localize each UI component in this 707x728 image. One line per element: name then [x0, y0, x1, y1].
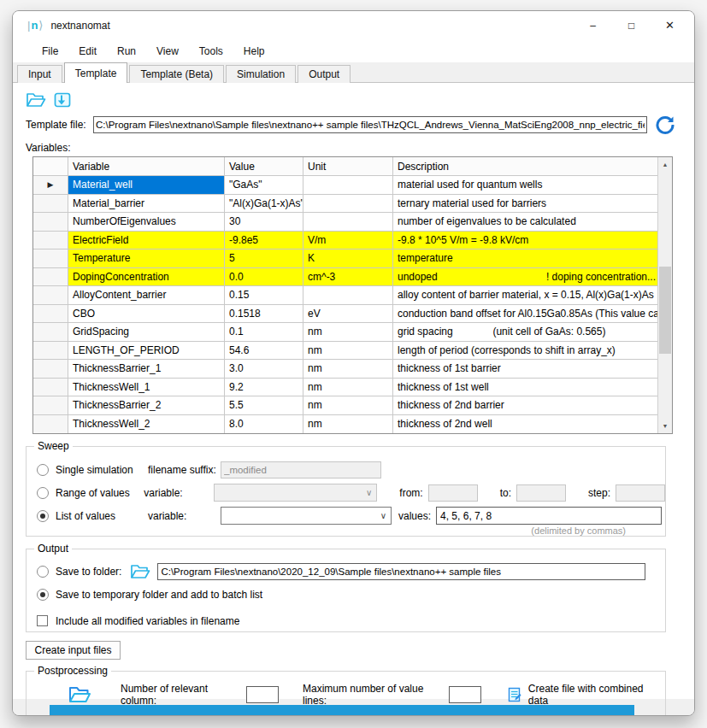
variable-cell[interactable]: ElectricField	[68, 232, 225, 250]
value-cell[interactable]: 0.1	[225, 323, 303, 341]
value-cell[interactable]: 0.15	[225, 286, 303, 304]
value-cell[interactable]: -9.8e5	[225, 232, 303, 250]
row-header-cell[interactable]	[33, 415, 68, 434]
to-input[interactable]	[516, 484, 566, 502]
unit-cell[interactable]: nm	[303, 415, 393, 434]
unit-cell[interactable]: nm	[303, 396, 393, 414]
variable-cell[interactable]: DopingConcentration	[68, 268, 225, 286]
table-row[interactable]: AlloyContent_barrier0.15alloy content of…	[33, 286, 658, 305]
variable-cell[interactable]: ThicknessBarrier_2	[68, 396, 225, 414]
value-cell[interactable]: 0.1518	[225, 305, 303, 323]
table-row[interactable]: NumberOfEigenvalues30number of eigenvalu…	[33, 213, 658, 232]
unit-cell[interactable]	[303, 286, 393, 304]
value-cell[interactable]: 9.2	[225, 379, 303, 396]
variable-cell[interactable]: ThicknessWell_2	[68, 415, 225, 434]
grid-corner-cell[interactable]	[33, 157, 68, 175]
table-row[interactable]: ThicknessBarrier_13.0nmthickness of 1st …	[33, 360, 658, 379]
value-cell[interactable]: "GaAs"	[225, 176, 303, 194]
row-header-cell[interactable]	[33, 232, 68, 250]
table-row[interactable]: LENGTH_OF_PERIOD54.6nmlength of period (…	[33, 342, 658, 361]
folder-icon[interactable]	[130, 563, 150, 580]
variable-cell[interactable]: ThicknessBarrier_1	[68, 360, 225, 378]
save-to-folder-radio[interactable]	[37, 566, 49, 578]
maximize-button[interactable]: □	[612, 14, 651, 38]
value-cell[interactable]: 30	[225, 213, 303, 231]
row-header-cell[interactable]	[33, 286, 68, 304]
filename-suffix-input[interactable]	[221, 461, 381, 478]
row-header-cell[interactable]	[33, 305, 68, 323]
description-cell[interactable]: -9.8 * 10^5 V/m = -9.8 kV/cm	[393, 232, 658, 250]
tab-template-beta[interactable]: Template (Beta)	[129, 65, 224, 83]
unit-cell[interactable]: nm	[303, 342, 393, 360]
template-file-input[interactable]	[93, 116, 647, 133]
unit-cell[interactable]	[303, 176, 393, 194]
row-header-cell[interactable]	[33, 195, 68, 213]
description-cell[interactable]: material used for quantum wells	[393, 176, 658, 194]
row-header-cell[interactable]	[33, 250, 68, 267]
description-cell[interactable]: conduction band offset for Al0.15Ga0.85A…	[393, 305, 658, 323]
output-folder-input[interactable]	[157, 563, 645, 580]
scroll-down-icon[interactable]: ▼	[658, 419, 672, 433]
menu-item-help[interactable]: Help	[233, 42, 275, 61]
save-to-temp-radio[interactable]	[37, 589, 49, 601]
variable-cell[interactable]: LENGTH_OF_PERIOD	[68, 342, 225, 360]
table-row[interactable]: ElectricField-9.8e5V/m-9.8 * 10^5 V/m = …	[33, 232, 658, 250]
variable-cell[interactable]: Material_barrier	[68, 195, 225, 213]
description-cell[interactable]: ternary material used for barriers	[393, 195, 658, 213]
row-header-cell[interactable]	[33, 213, 68, 231]
column-header-unit[interactable]: Unit	[303, 157, 393, 175]
close-button[interactable]: ✕	[651, 14, 689, 38]
scroll-up-icon[interactable]: ▲	[658, 157, 672, 172]
table-row[interactable]: ▶Material_well"GaAs"material used for qu…	[33, 176, 658, 195]
vertical-scrollbar[interactable]: ▲ ▼	[657, 157, 672, 433]
range-variable-dropdown[interactable]: ∨	[214, 484, 378, 502]
menu-item-file[interactable]: File	[32, 42, 68, 61]
description-cell[interactable]: thickness of 2nd barrier	[393, 396, 658, 414]
table-row[interactable]: Material_barrier"Al(x)Ga(1-x)As"ternary …	[33, 195, 658, 214]
single-simulation-radio[interactable]	[37, 464, 49, 476]
description-cell[interactable]: thickness of 2nd well	[393, 415, 658, 434]
variable-cell[interactable]: Material_well	[68, 176, 225, 194]
variable-cell[interactable]: GridSpacing	[68, 323, 225, 341]
unit-cell[interactable]	[303, 195, 393, 213]
load-template-icon[interactable]	[52, 91, 73, 109]
table-row[interactable]: Temperature5Ktemperature	[33, 250, 658, 268]
value-cell[interactable]: 0.0	[225, 268, 303, 286]
description-cell[interactable]: length of period (corresponds to shift i…	[393, 342, 658, 360]
relevant-column-input[interactable]	[246, 686, 279, 703]
unit-cell[interactable]: nm	[303, 379, 393, 396]
row-header-cell[interactable]	[33, 360, 68, 378]
menu-item-view[interactable]: View	[146, 42, 189, 61]
description-cell[interactable]: number of eigenvalues to be calculated	[393, 213, 658, 231]
unit-cell[interactable]	[303, 213, 393, 231]
combined-data-file-icon[interactable]	[507, 687, 522, 702]
value-cell[interactable]: 8.0	[225, 415, 303, 434]
value-cell[interactable]: 5.5	[225, 396, 303, 414]
create-input-files-button[interactable]: Create input files	[26, 641, 121, 660]
column-header-value[interactable]: Value	[225, 157, 303, 175]
table-row[interactable]: ThicknessWell_28.0nmthickness of 2nd wel…	[33, 415, 658, 434]
value-cell[interactable]: 5	[225, 250, 303, 267]
description-cell[interactable]: undoped! doping concentration...	[393, 268, 658, 286]
refresh-icon[interactable]	[655, 114, 675, 135]
values-input[interactable]	[436, 507, 662, 525]
row-header-cell[interactable]	[33, 342, 68, 360]
table-row[interactable]: ThicknessWell_19.2nmthickness of 1st wel…	[33, 379, 658, 397]
row-header-cell[interactable]	[33, 379, 68, 396]
description-cell[interactable]: alloy content of barrier material, x = 0…	[393, 286, 658, 304]
description-cell[interactable]: thickness of 1st barrier	[393, 360, 658, 378]
tab-template[interactable]: Template	[64, 62, 128, 83]
value-cell[interactable]: 3.0	[225, 360, 303, 378]
unit-cell[interactable]: V/m	[303, 232, 393, 250]
from-input[interactable]	[428, 484, 478, 502]
row-header-cell[interactable]	[33, 268, 68, 286]
minimize-button[interactable]: –	[574, 14, 612, 38]
variable-cell[interactable]: NumberOfEigenvalues	[68, 213, 225, 231]
menu-item-run[interactable]: Run	[107, 42, 146, 61]
range-of-values-radio[interactable]	[37, 487, 49, 499]
value-lines-input[interactable]	[449, 686, 481, 703]
unit-cell[interactable]: nm	[303, 360, 393, 378]
variable-cell[interactable]: AlloyContent_barrier	[68, 286, 225, 304]
unit-cell[interactable]: eV	[303, 305, 393, 323]
description-cell[interactable]: temperature	[393, 250, 658, 267]
